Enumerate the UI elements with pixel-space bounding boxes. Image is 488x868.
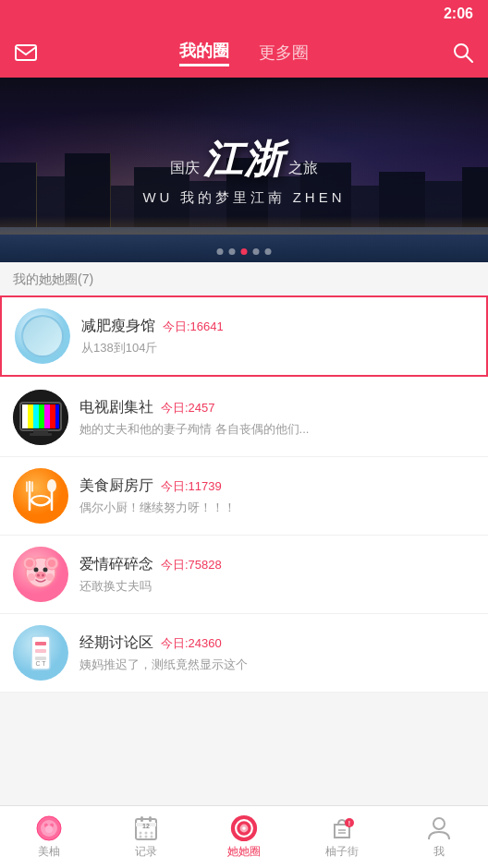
- title-row: 减肥瘦身馆 今日:16641: [81, 317, 473, 336]
- svg-point-29: [26, 560, 33, 567]
- svg-point-37: [46, 573, 54, 581]
- list-item-content: 爱情碎碎念 今日:75828 还敢换丈夫吗: [79, 555, 475, 595]
- avatar: 46.5: [15, 308, 70, 364]
- banner-sub2: 我的梦里江南: [180, 189, 286, 205]
- avatar: [13, 547, 68, 602]
- svg-text:12: 12: [142, 823, 150, 829]
- list-item[interactable]: 美食厨房厅 今日:11739 偶尔小厨！继续努力呀！！！: [0, 457, 488, 536]
- circle-desc: 她的丈夫和他的妻子殉情 各自丧偶的他们...: [79, 421, 475, 438]
- banner-dot-1[interactable]: [217, 248, 224, 255]
- title-row: 经期讨论区 今日:24360: [79, 633, 475, 653]
- status-time: 2:06: [444, 6, 473, 22]
- svg-rect-11: [33, 404, 39, 428]
- search-icon[interactable]: [436, 42, 473, 63]
- list-item[interactable]: 电视剧集社 今日:2457 她的丈夫和他的妻子殉情 各自丧偶的他们...: [0, 379, 488, 457]
- banner-text-block: 国庆 江浙 之旅 WU 我的梦里江南 ZHEN: [142, 134, 345, 207]
- svg-point-63: [242, 826, 246, 830]
- nav-item-jilu[interactable]: 12 记录: [98, 806, 196, 868]
- svg-point-5: [30, 325, 55, 351]
- svg-point-55: [145, 831, 148, 834]
- svg-point-35: [42, 574, 44, 577]
- nav-item-tashe[interactable]: 她她圈: [195, 806, 293, 868]
- nav-item-meizhu[interactable]: 美柚: [0, 806, 98, 868]
- list-item-content: 经期讨论区 今日:24360 姨妈推迟了，测纸竟然显示这个: [79, 633, 475, 673]
- svg-point-68: [433, 818, 445, 829]
- svg-point-32: [43, 568, 48, 573]
- svg-point-56: [151, 831, 153, 834]
- bottom-nav: 美柚 12 记录: [0, 805, 488, 868]
- banner-dot-4[interactable]: [253, 248, 260, 255]
- wo-icon: [425, 815, 453, 841]
- avatar: [13, 390, 68, 445]
- banner-subtitle: WU 我的梦里江南 ZHEN: [142, 189, 345, 207]
- svg-rect-15: [55, 404, 59, 428]
- status-bar: 2:06: [0, 0, 488, 28]
- svg-rect-0: [16, 45, 36, 60]
- title-row: 美食厨房厅 今日:11739: [79, 476, 475, 496]
- circle-desc: 还敢换丈夫吗: [79, 578, 475, 595]
- list-item[interactable]: 46.5 减肥瘦身馆 今日:16641 从138到104斤: [0, 295, 488, 377]
- svg-point-30: [48, 560, 55, 567]
- svg-text:46.5: 46.5: [33, 332, 52, 343]
- list-item-content: 美食厨房厅 今日:11739 偶尔小厨！继续努力呀！！！: [79, 476, 475, 516]
- svg-rect-41: [35, 649, 46, 653]
- nav-label-wo: 我: [433, 844, 445, 860]
- svg-rect-12: [39, 404, 44, 428]
- svg-rect-13: [44, 404, 50, 428]
- svg-text:C  T: C T: [35, 660, 46, 667]
- tab-mine[interactable]: 我的圈: [179, 40, 229, 66]
- nav-label-jilu: 记录: [135, 844, 157, 860]
- banner-dot-5[interactable]: [265, 248, 272, 255]
- svg-point-54: [140, 831, 142, 834]
- list-item-content: 电视剧集社 今日:2457 她的丈夫和他的妻子殉情 各自丧偶的他们...: [79, 398, 475, 438]
- zijie-icon: !: [328, 815, 356, 841]
- mail-icon[interactable]: [15, 43, 52, 62]
- tab-more[interactable]: 更多圈: [259, 42, 309, 64]
- circle-title: 爱情碎碎念: [79, 555, 153, 574]
- circle-desc: 偶尔小厨！继续努力呀！！！: [79, 500, 475, 516]
- jilu-icon: 12: [132, 815, 160, 841]
- circle-desc: 从138到104斤: [81, 340, 473, 356]
- list-item[interactable]: C T 经期讨论区 今日:24360 姨妈推迟了，测纸竟然显示这个: [0, 614, 488, 693]
- svg-point-59: [151, 835, 153, 838]
- banner-dots: [217, 248, 272, 255]
- today-count: 今日:75828: [161, 557, 222, 573]
- header: 我的圈 更多圈: [0, 28, 488, 78]
- nav-label-meizhu: 美柚: [38, 844, 60, 860]
- list-item[interactable]: 爱情碎碎念 今日:75828 还敢换丈夫吗: [0, 536, 488, 614]
- svg-rect-50: [140, 816, 143, 822]
- nav-label-zijie: 柚子街: [325, 844, 359, 860]
- circle-title: 经期讨论区: [79, 633, 153, 653]
- circle-list: 46.5 减肥瘦身馆 今日:16641 从138到104斤: [0, 295, 488, 693]
- circle-title: 美食厨房厅: [79, 476, 153, 496]
- banner-sub1: WU: [142, 189, 173, 205]
- banner-prefix: 国庆: [170, 159, 200, 178]
- title-row: 电视剧集社 今日:2457: [79, 398, 475, 417]
- svg-point-4: [26, 321, 59, 355]
- banner-lights: [0, 216, 488, 235]
- banner-suffix: 之旅: [288, 159, 318, 178]
- svg-point-22: [47, 479, 56, 492]
- banner-dot-3[interactable]: [241, 248, 248, 255]
- nav-item-zijie[interactable]: ! 柚子街: [293, 806, 391, 868]
- nav-item-wo[interactable]: 我: [390, 806, 488, 868]
- header-tabs: 我的圈 更多圈: [179, 40, 309, 66]
- svg-rect-9: [22, 404, 28, 428]
- tashe-icon: [230, 815, 258, 841]
- avatar: [13, 468, 68, 524]
- svg-point-3: [15, 308, 70, 364]
- svg-text:!: !: [348, 820, 349, 826]
- svg-point-57: [140, 835, 142, 838]
- svg-rect-51: [149, 816, 152, 822]
- banner-sub3: ZHEN: [293, 189, 346, 205]
- circle-title: 电视剧集社: [79, 398, 153, 417]
- svg-point-58: [145, 835, 148, 838]
- banner-dot-2[interactable]: [229, 248, 236, 255]
- svg-rect-10: [28, 404, 33, 428]
- banner-title: 江浙: [203, 134, 285, 186]
- today-count: 今日:16641: [163, 319, 224, 335]
- svg-rect-17: [30, 433, 52, 436]
- svg-point-33: [35, 572, 46, 579]
- today-count: 今日:24360: [161, 635, 222, 652]
- banner[interactable]: 国庆 江浙 之旅 WU 我的梦里江南 ZHEN: [0, 78, 488, 262]
